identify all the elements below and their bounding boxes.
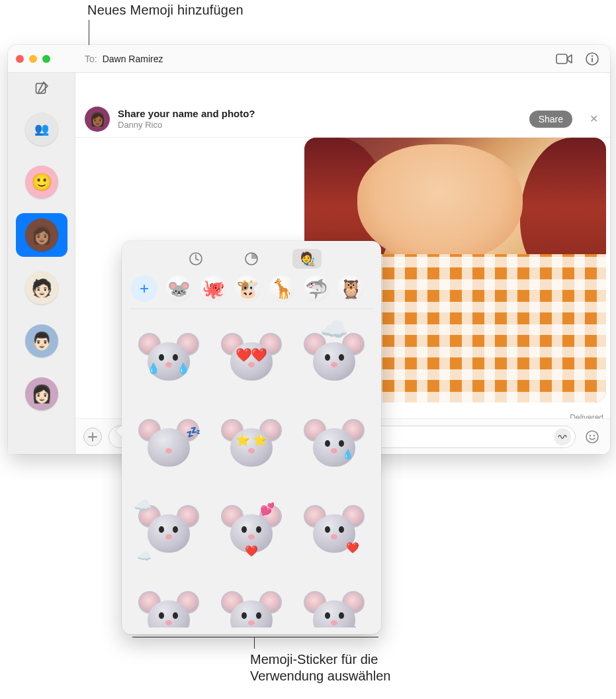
sticker-mouse-laughing-tears[interactable]	[132, 318, 204, 398]
window-controls	[16, 55, 50, 63]
sticker-mouse-sleeping[interactable]	[132, 404, 204, 484]
clock-icon	[189, 252, 203, 266]
sticker-mouse-loving[interactable]	[298, 490, 371, 570]
animoji-cow[interactable]: 🐮	[234, 275, 261, 302]
share-banner-subtitle: Danny Rico	[118, 120, 255, 130]
tab-recents[interactable]	[181, 249, 210, 269]
sticker-mouse-sweat[interactable]	[298, 577, 371, 628]
share-avatar: 👩🏾	[85, 107, 110, 132]
svg-point-5	[586, 431, 598, 443]
conversation-item[interactable]: 👩🏻	[16, 372, 67, 416]
avatar: 👩🏽	[25, 218, 58, 252]
sticker-mouse-angry[interactable]	[215, 577, 287, 628]
to-label: To:	[85, 54, 97, 64]
share-name-photo-banner: 👩🏾 Share your name and photo? Danny Rico…	[75, 101, 610, 138]
info-icon[interactable]	[584, 52, 601, 66]
window-close-button[interactable]	[16, 55, 24, 63]
callout-add-memoji: Neues Memoji hinzufügen	[87, 3, 243, 18]
avatar: 🧑🏻	[25, 271, 58, 304]
svg-point-2	[592, 55, 593, 56]
photo-decoration	[357, 144, 523, 263]
avatar: 👨🏻	[25, 324, 58, 357]
avatar: 👩🏻	[25, 377, 58, 410]
svg-point-6	[590, 434, 591, 436]
close-icon[interactable]: ✕	[587, 110, 601, 128]
conversation-sidebar: 👥 🙂 👩🏽 🧑🏻 👨🏻 👩🏻	[8, 73, 75, 454]
recipient-name[interactable]: Dawn Ramirez	[103, 54, 163, 64]
window-minimize-button[interactable]	[29, 55, 37, 63]
animoji-shark[interactable]: 🦈	[303, 275, 330, 302]
sticker-icon	[244, 252, 259, 266]
sticker-grid	[130, 309, 373, 628]
animoji-mouse[interactable]: 🐭	[165, 275, 192, 302]
conversation-item-selected[interactable]: 👩🏽	[16, 213, 67, 257]
svg-point-7	[594, 434, 595, 436]
conversation-item[interactable]: 👨🏻	[16, 319, 67, 363]
conversation-item[interactable]: 🧑🏻	[16, 266, 67, 310]
sticker-mouse-worried[interactable]	[132, 577, 204, 628]
animoji-owl[interactable]: 🦉	[337, 275, 364, 302]
avatar: 🙂	[25, 165, 58, 199]
facetime-icon[interactable]	[556, 52, 573, 66]
window-zoom-button[interactable]	[42, 55, 50, 63]
sticker-mouse-head-in-clouds[interactable]	[132, 490, 204, 570]
sticker-mouse-mind-blown[interactable]	[298, 318, 371, 398]
apps-button[interactable]	[83, 428, 102, 446]
memoji-popover: 🧑‍🎨 + 🐭 🐙 🐮 🦒 🦈 🦉	[122, 241, 381, 634]
sticker-mouse-crying[interactable]	[298, 404, 371, 484]
sticker-mouse-star-eyes[interactable]	[215, 404, 287, 484]
plus-icon: +	[140, 279, 149, 298]
share-banner-title: Share your name and photo?	[118, 108, 255, 120]
compose-button[interactable]	[32, 78, 52, 98]
conversation-item-group[interactable]: 👥	[16, 107, 67, 151]
tab-memoji[interactable]: 🧑‍🎨	[292, 249, 322, 269]
conversation-item[interactable]: 🙂	[16, 160, 67, 204]
svg-rect-3	[592, 58, 593, 62]
animoji-row: + 🐭 🐙 🐮 🦒 🦈 🦉	[130, 273, 373, 309]
callout-select-sticker: Memoji-Sticker für die Verwendung auswäh…	[250, 651, 390, 684]
share-button[interactable]: Share	[529, 111, 572, 128]
conversation-header: To: Dawn Ramirez	[75, 45, 610, 73]
callout-line	[132, 637, 378, 637]
animoji-giraffe[interactable]: 🦒	[269, 275, 295, 302]
sticker-mouse-kisses[interactable]	[215, 490, 287, 570]
animoji-octopus[interactable]: 🐙	[200, 275, 226, 302]
add-memoji-button[interactable]: +	[131, 275, 157, 302]
tab-stickers[interactable]	[237, 249, 266, 269]
callout-line	[254, 637, 255, 649]
sticker-mouse-heart-eyes[interactable]	[215, 318, 287, 398]
voice-message-icon[interactable]	[554, 428, 571, 445]
svg-rect-0	[556, 54, 567, 64]
emoji-picker-icon[interactable]	[582, 427, 602, 447]
memoji-icon: 🧑‍🎨	[299, 251, 316, 267]
avatar: 👥	[25, 113, 58, 146]
popover-tabs: 🧑‍🎨	[130, 248, 373, 273]
